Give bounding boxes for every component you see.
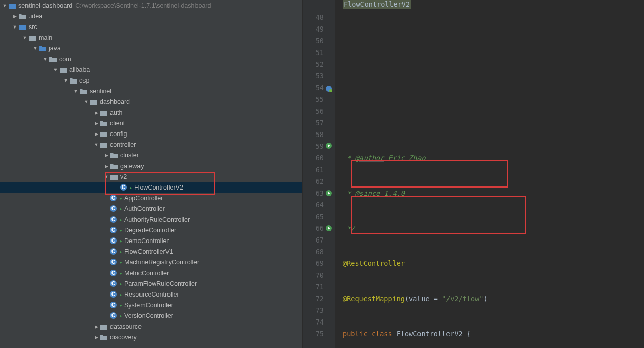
chevron-down-icon: ▼ xyxy=(32,46,39,51)
class-icon: C xyxy=(110,237,117,244)
line-number: 73 xyxy=(303,305,324,316)
tree-item-gateway[interactable]: ▶ gateway xyxy=(0,160,302,171)
package-icon xyxy=(69,76,77,85)
runnable-icon: ▸ xyxy=(120,281,122,286)
line-number: 75 xyxy=(303,328,324,340)
tree-item-paramflowrulecontroller[interactable]: C▸ParamFlowRuleController xyxy=(0,278,302,289)
chevron-right-icon: ▶ xyxy=(93,324,100,329)
line-number: 71 xyxy=(303,281,324,293)
tree-item-machineregistrycontroller[interactable]: C▸MachineRegistryController xyxy=(0,257,302,267)
tree-root-label: sentinel-dashboard xyxy=(18,2,72,9)
line-number: 63 xyxy=(303,188,324,199)
project-tree[interactable]: ▼ sentinel-dashboard C:\workspace\Sentin… xyxy=(0,0,303,348)
line-number: 58 xyxy=(303,129,324,141)
tree-root-path: C:\workspace\Sentinel-1.7.1\sentinel-das… xyxy=(75,2,211,9)
line-number: 50 xyxy=(303,35,324,47)
runnable-icon: ▸ xyxy=(120,196,122,201)
tree-item-resourcecontroller[interactable]: C▸ResourceController xyxy=(0,289,302,300)
chevron-down-icon: ▼ xyxy=(93,142,100,147)
runnable-icon: ▸ xyxy=(120,217,122,222)
chevron-down-icon: ▼ xyxy=(1,3,8,8)
tree-item-auth[interactable]: ▶ auth xyxy=(0,107,302,118)
runnable-icon: ▸ xyxy=(120,238,122,244)
line-number: 52 xyxy=(303,59,324,70)
tree-item-dashboard[interactable]: ▼ dashboard xyxy=(0,96,302,107)
line-number: 49 xyxy=(303,23,324,35)
package-icon xyxy=(90,98,98,106)
tree-item-cluster[interactable]: ▶ cluster xyxy=(0,150,302,160)
source-folder-icon xyxy=(18,23,26,31)
code-line xyxy=(343,82,644,94)
override-gutter-icon[interactable] xyxy=(325,189,332,196)
tree-item-com[interactable]: ▼ com xyxy=(0,53,302,64)
tree-item-client[interactable]: ▶ client xyxy=(0,118,302,128)
line-number: 69 xyxy=(303,258,324,270)
tree-item-datasource[interactable]: ▶ datasource xyxy=(0,321,302,332)
runnable-icon: ▸ xyxy=(120,313,122,318)
chevron-right-icon: ▶ xyxy=(11,14,18,19)
class-icon: C xyxy=(110,259,117,265)
tree-item-flowcontrollerv1[interactable]: C▸FlowControllerV1 xyxy=(0,246,302,257)
package-icon xyxy=(59,66,67,74)
line-number: 51 xyxy=(303,47,324,59)
tree-item-v2[interactable]: ▼ v2 xyxy=(0,171,302,182)
runnable-icon: ▸ xyxy=(120,249,122,254)
code-area[interactable]: * @author Eric Zhao * @since 1.4.0 */ @R… xyxy=(335,0,644,348)
tree-item-metriccontroller[interactable]: C▸MetricController xyxy=(0,267,302,278)
tree-item-systemcontroller[interactable]: C▸SystemController xyxy=(0,300,302,310)
tree-item-appcontroller[interactable]: C▸AppController xyxy=(0,193,302,203)
tree-item-degradecontroller[interactable]: C▸DegradeController xyxy=(0,225,302,235)
class-icon: C xyxy=(110,216,117,223)
tree-item-main[interactable]: ▼ main xyxy=(0,32,302,43)
runnable-icon: ▸ xyxy=(120,271,122,276)
tree-item-versioncontroller[interactable]: C▸VersionController xyxy=(0,310,302,321)
package-icon xyxy=(79,87,88,95)
tree-item-controller[interactable]: ▼ controller xyxy=(0,139,302,150)
override-gutter-icon[interactable] xyxy=(325,142,332,149)
tree-item-sentinel[interactable]: ▼ sentinel xyxy=(0,86,302,96)
chevron-down-icon: ▼ xyxy=(21,35,29,40)
tree-item-flowcontrollerv2[interactable]: C ▸ FlowControllerV2 xyxy=(0,182,302,193)
highlight-box-provider xyxy=(351,160,508,188)
folder-icon xyxy=(18,12,26,20)
chevron-down-icon: ▼ xyxy=(103,174,110,179)
chevron-right-icon: ▶ xyxy=(93,131,100,137)
tree-item-java[interactable]: ▼ java xyxy=(0,43,302,53)
tree-item-config[interactable]: ▶ config xyxy=(0,128,302,139)
chevron-right-icon: ▶ xyxy=(103,164,110,169)
package-icon xyxy=(110,173,118,181)
chevron-down-icon: ▼ xyxy=(62,78,69,83)
class-icon: C xyxy=(110,280,117,287)
tree-item-discovery[interactable]: ▶ discovery xyxy=(0,332,302,342)
package-icon xyxy=(49,55,57,63)
package-icon xyxy=(100,333,108,341)
chevron-right-icon: ▶ xyxy=(93,110,100,115)
tree-item-authorityrulecontroller[interactable]: C▸AuthorityRuleController xyxy=(0,214,302,225)
line-number: 62 xyxy=(303,176,324,188)
runnable-icon: ▸ xyxy=(120,206,122,211)
tree-root-row[interactable]: ▼ sentinel-dashboard C:\workspace\Sentin… xyxy=(0,0,302,11)
code-line: * @since 1.4.0 xyxy=(343,188,644,199)
class-icon: C xyxy=(110,312,117,319)
tree-item-democontroller[interactable]: C▸DemoController xyxy=(0,235,302,246)
override-gutter-icon[interactable] xyxy=(325,224,332,231)
tree-item-src[interactable]: ▼ src xyxy=(0,21,302,32)
line-number: 55 xyxy=(303,94,324,105)
editor-gutter[interactable]: 48 49 50 51 52 53 54 55 56 57 58 59 60 6… xyxy=(303,0,335,348)
code-line: * @author Eric Zhao xyxy=(343,152,644,164)
package-icon xyxy=(100,141,108,149)
code-editor[interactable]: FlowControllerV2 48 49 50 51 52 53 54 55… xyxy=(303,0,644,348)
tree-item-authcontroller[interactable]: C▸AuthController xyxy=(0,203,302,214)
runnable-icon: ▸ xyxy=(120,228,122,233)
spring-bean-gutter-icon[interactable] xyxy=(325,84,332,91)
chevron-down-icon: ▼ xyxy=(52,67,59,72)
line-number: 68 xyxy=(303,246,324,258)
code-line: */ xyxy=(343,223,644,234)
tree-item-idea[interactable]: ▶ .idea xyxy=(0,11,302,21)
runnable-icon: ▸ xyxy=(120,303,122,308)
tree-item-csp[interactable]: ▼ csp xyxy=(0,75,302,86)
runnable-icon: ▸ xyxy=(130,185,132,190)
svg-point-1 xyxy=(329,89,332,92)
package-icon xyxy=(100,323,108,331)
tree-item-alibaba[interactable]: ▼ alibaba xyxy=(0,64,302,75)
